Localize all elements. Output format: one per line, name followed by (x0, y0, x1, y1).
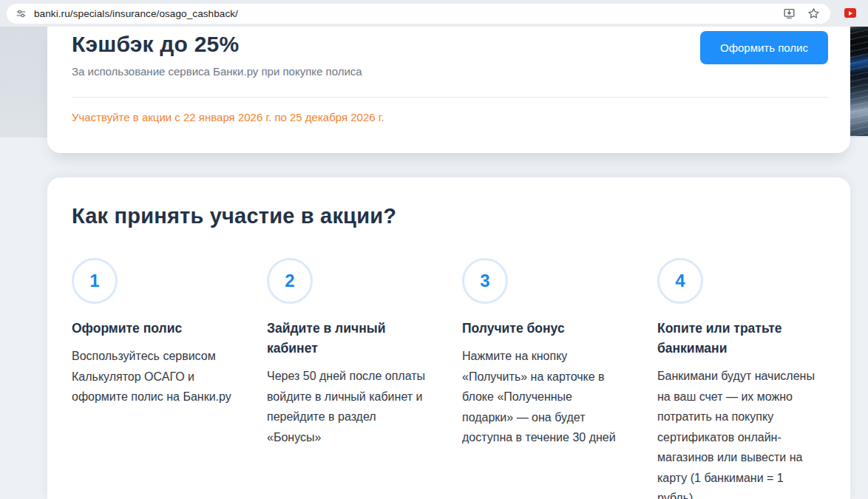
apply-policy-button[interactable]: Оформить полис (700, 31, 828, 64)
step-number-badge: 2 (267, 258, 313, 304)
step-title: Получите бонус (462, 319, 622, 339)
step-item-3: 3 Получите бонус Нажмите на кнопку «Полу… (462, 258, 622, 499)
step-text: Банкимани будут начислены на ваш счет — … (657, 366, 817, 499)
divider (72, 97, 828, 98)
step-text: Нажмите на кнопку «Получить» на карточке… (462, 346, 622, 448)
step-title: Копите или тратьте банкимани (657, 319, 817, 359)
address-bar[interactable]: banki.ru/specials/insurance/osago_cashba… (7, 4, 830, 24)
play-icon (849, 11, 852, 16)
steps-row: 1 Оформите полис Воспользуйтесь сервисом… (72, 258, 817, 499)
step-number: 1 (89, 271, 99, 291)
how-to-card: Как принять участие в акции? 1 Оформите … (47, 177, 850, 499)
step-title: Зайдите в личный кабинет (267, 319, 427, 359)
step-number: 2 (285, 271, 294, 291)
step-number-badge: 3 (462, 258, 508, 304)
youtube-extension-icon[interactable] (844, 8, 856, 18)
promo-header-card: Кэшбэк до 25% За использование сервиса Б… (47, 27, 850, 153)
step-number-badge: 1 (72, 258, 118, 304)
site-settings-icon[interactable] (15, 7, 27, 20)
page-subtitle: За использование сервиса Банки.ру при по… (72, 65, 362, 78)
step-text: Через 50 дней после оплаты войдите в лич… (267, 366, 427, 447)
page-title: Кэшбэк до 25% (72, 32, 239, 57)
step-item-4: 4 Копите или тратьте банкимани Банкимани… (657, 258, 817, 499)
step-title: Оформите полис (72, 319, 231, 339)
url-text[interactable]: banki.ru/specials/insurance/osago_cashba… (34, 8, 782, 19)
section-title: Как принять участие в акции? (72, 204, 817, 228)
install-app-icon[interactable] (782, 7, 796, 21)
step-text: Воспользуйтесь сервисом Калькулятор ОСАГ… (72, 346, 231, 407)
step-item-1: 1 Оформите полис Воспользуйтесь сервисом… (72, 258, 231, 499)
step-number-badge: 4 (657, 258, 703, 304)
bookmark-star-icon[interactable] (807, 7, 821, 21)
promo-period-text: Участвуйте в акции с 22 января 2026 г. п… (72, 111, 384, 123)
step-number: 4 (675, 271, 685, 291)
browser-toolbar: banki.ru/specials/insurance/osago_cashba… (0, 0, 868, 27)
step-item-2: 2 Зайдите в личный кабинет Через 50 дней… (267, 258, 427, 499)
step-number: 3 (480, 271, 489, 291)
